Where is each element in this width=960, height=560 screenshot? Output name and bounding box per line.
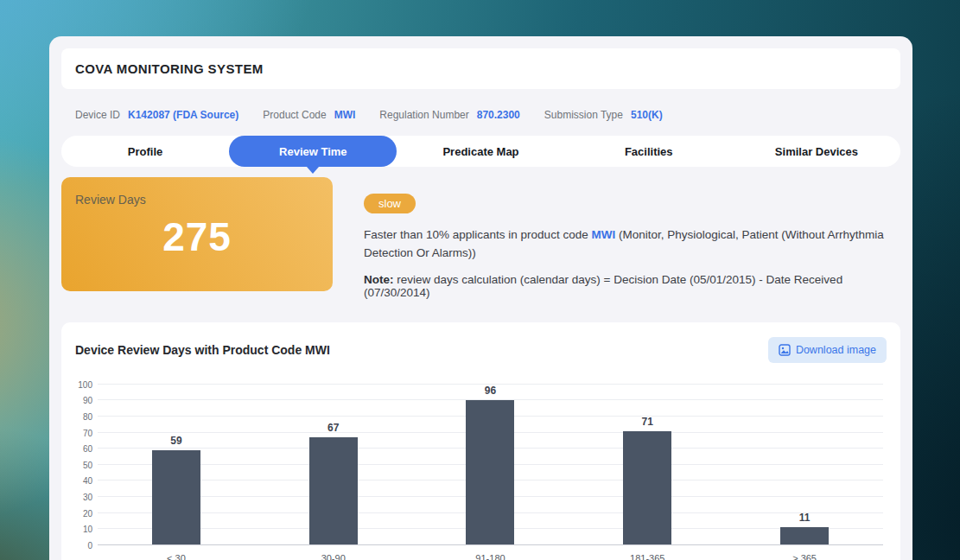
meta-label: Regulation Number [379,109,468,121]
app-title-card: COVA MONITORING SYSTEM [61,48,900,89]
bar[interactable] [152,450,200,545]
meta-device-id: Device ID K142087 (FDA Source) [75,109,238,121]
image-icon [779,344,791,356]
tab-label: Profile [128,145,162,158]
x-axis-tick-label: 91-180 [412,553,569,560]
bar-slot: 67 [255,385,412,545]
tab-bar: Profile Review Time Predicate Map Facili… [61,136,900,167]
meta-label: Submission Type [544,109,623,121]
bar[interactable] [309,437,358,545]
y-axis-tick-label: 30 [72,493,92,502]
x-axis-tick-label: 30-90 [255,553,412,560]
note-text: review days calculation (calendar days) … [364,273,842,299]
tab-similar-devices[interactable]: Similar Devices [733,136,900,167]
bar[interactable] [466,400,514,545]
chart-card: Device Review Days with Product Code MWI… [61,322,900,560]
bar-chart: 5967967111 0102030405060708090100 < 3030… [75,385,887,560]
y-axis-tick-label: 90 [72,396,92,405]
bar-slot: 96 [412,385,569,545]
bar-slot: 59 [98,385,255,545]
regulation-number-value[interactable]: 870.2300 [477,109,520,121]
meta-label: Product Code [263,109,326,121]
tab-profile[interactable]: Profile [61,136,229,167]
tab-label: Similar Devices [775,145,858,158]
review-days-card: Review Days 275 [61,177,333,291]
bar-slot: 71 [569,385,726,545]
chart-header: Device Review Days with Product Code MWI… [75,336,887,364]
bar-value-label: 59 [170,435,181,447]
x-axis-tick-label: 181-365 [569,553,726,560]
y-axis-tick-label: 0 [72,540,92,550]
chart-title: Device Review Days with Product Code MWI [75,343,330,357]
tab-review-time[interactable]: Review Time [229,136,397,167]
review-time-section: Review Days 275 slow Faster than 10% app… [61,177,900,299]
review-note: Note: review days calculation (calendar … [364,273,898,299]
submission-type-value[interactable]: 510(K) [631,109,663,121]
tab-predicate-map[interactable]: Predicate Map [397,136,564,167]
y-axis-tick-label: 60 [72,444,92,454]
download-image-button[interactable]: Download image [768,337,887,363]
tab-label: Predicate Map [442,145,518,158]
review-description: Faster than 10% applicants in product co… [364,226,898,263]
device-id-link[interactable]: K142087 (FDA Source) [128,109,238,121]
status-badge: slow [364,194,416,213]
download-button-label: Download image [796,344,876,356]
y-axis-tick-label: 50 [72,460,92,469]
review-days-label: Review Days [75,193,319,207]
bar-value-label: 67 [327,422,339,434]
bar[interactable] [623,431,671,545]
review-days-value: 275 [75,213,319,260]
note-label: Note: [364,273,394,286]
device-meta-row: Device ID K142087 (FDA Source) Product C… [75,108,900,122]
plot-area: 5967967111 0102030405060708090100 [98,385,883,545]
y-axis-tick-label: 70 [72,428,92,437]
bar-slot: 11 [726,385,883,545]
y-axis-tick-label: 80 [72,412,92,422]
y-axis-tick-label: 100 [72,379,92,389]
tab-facilities[interactable]: Facilities [565,136,733,167]
product-code-value[interactable]: MWI [334,109,356,121]
x-axis-tick-label: < 30 [98,553,255,560]
x-axis-tick-label: > 365 [726,553,883,560]
description-text: Faster than 10% applicants in product co… [364,228,591,241]
bar[interactable] [780,527,829,544]
bar-value-label: 96 [485,385,496,397]
meta-regulation-number: Regulation Number 870.2300 [379,109,519,121]
y-axis-tick-label: 40 [72,476,92,486]
tab-label: Review Time [279,145,347,158]
page-title: COVA MONITORING SYSTEM [75,61,264,76]
meta-label: Device ID [75,109,120,121]
bars-row: 5967967111 [98,385,883,545]
tab-label: Facilities [625,145,673,158]
x-axis-labels: < 3030-9091-180181-365> 365 [98,545,883,560]
y-axis-tick-label: 20 [72,508,92,518]
product-code-link[interactable]: MWI [591,228,615,241]
meta-product-code: Product Code MWI [263,109,355,121]
x-axis-baseline [98,544,883,545]
y-axis-tick-label: 10 [72,525,92,534]
bar-value-label: 11 [799,512,811,524]
review-summary: slow Faster than 10% applicants in produ… [364,177,898,299]
bar-value-label: 71 [642,416,653,428]
active-tab-caret [307,167,319,174]
meta-submission-type: Submission Type 510(K) [544,109,663,121]
app-panel: COVA MONITORING SYSTEM Device ID K142087… [49,36,912,560]
